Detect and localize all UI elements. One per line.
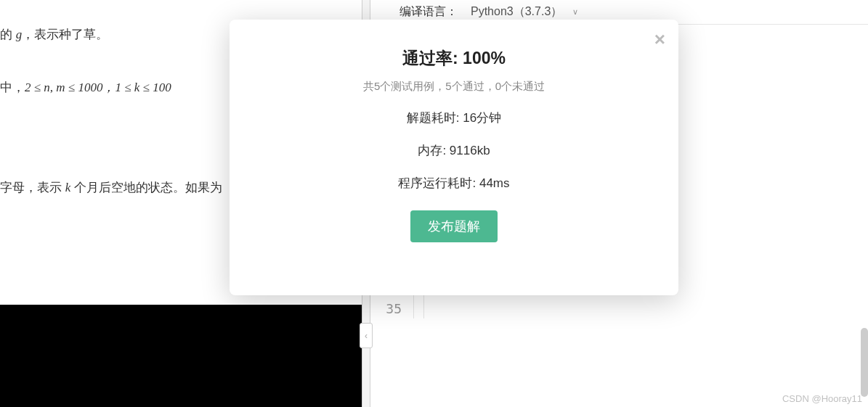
language-select[interactable]: Python3（3.7.3） ∨: [471, 4, 578, 20]
modal-solve-time: 解题耗时: 16分钟: [244, 110, 664, 126]
output-console: [0, 305, 362, 407]
modal-runtime: 程序运行耗时: 44ms: [244, 175, 664, 192]
publish-solution-button[interactable]: 发布题解: [410, 210, 498, 242]
language-label: 编译语言：: [399, 4, 458, 20]
line-number: 35: [370, 299, 414, 318]
watermark: CSDN @Hooray11: [782, 393, 862, 404]
splitter-grip[interactable]: ‹: [360, 323, 373, 348]
chevron-down-icon: ∨: [572, 7, 578, 17]
language-value: Python3（3.7.3）: [471, 4, 562, 20]
close-icon[interactable]: ×: [654, 28, 665, 51]
chevron-left-icon: ‹: [365, 331, 368, 341]
scrollbar-vertical[interactable]: [861, 328, 868, 397]
code-line: 35: [370, 299, 868, 318]
modal-summary: 共5个测试用例，5个通过，0个未通过: [244, 80, 664, 94]
modal-title: 通过率: 100%: [244, 47, 664, 70]
result-modal: × 通过率: 100% 共5个测试用例，5个通过，0个未通过 解题耗时: 16分…: [230, 20, 678, 295]
modal-memory: 内存: 9116kb: [244, 142, 664, 159]
